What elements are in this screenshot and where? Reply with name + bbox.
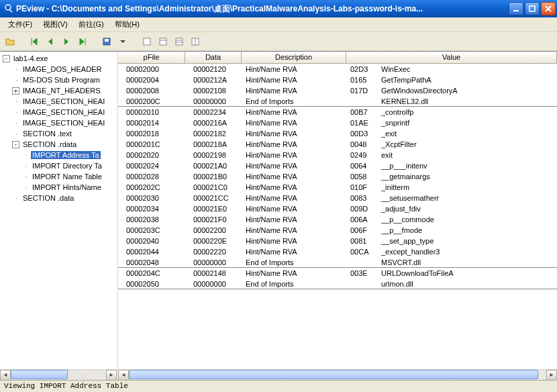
table-row[interactable]: 00002038000021F0Hint/Name RVA006A__p__co… xyxy=(118,214,557,225)
table-row[interactable]: 0000201C0000218AHint/Name RVA0048_XcptFi… xyxy=(118,139,557,150)
cell-desc: Hint/Name RVA xyxy=(242,108,346,116)
cell-data: 0000212A xyxy=(185,76,242,84)
cell-data: 00000000 xyxy=(185,258,242,266)
table-row[interactable]: 0000200800002108Hint/Name RVA017DGetWind… xyxy=(118,85,557,96)
mode-button-3[interactable] xyxy=(172,34,187,49)
table-row[interactable]: 00002030000021CCHint/Name RVA0083__setus… xyxy=(118,193,557,203)
table-row[interactable]: 0000200C00000000End of ImportsKERNEL32.d… xyxy=(118,96,557,107)
table-row[interactable]: 00002028000021B0Hint/Name RVA0058__getma… xyxy=(118,171,557,182)
table-row[interactable]: 0000202C000021C0Hint/Name RVA010F_initte… xyxy=(118,182,557,193)
table-row[interactable]: 0000204400002220Hint/Name RVA00CA_except… xyxy=(118,246,557,257)
content-area: -lab1-4.exe·IMAGE_DOS_HEADER·MS-DOS Stub… xyxy=(0,51,557,380)
close-button[interactable] xyxy=(541,2,556,15)
menu-help[interactable]: 帮助(H) xyxy=(109,18,145,31)
cell-value: MSVCRT.dll xyxy=(346,258,557,266)
tree-label: MS-DOS Stub Program xyxy=(21,76,101,84)
cell-data: 00002234 xyxy=(185,108,242,116)
cell-value: 00B7_controlfp xyxy=(346,108,557,116)
cell-desc: Hint/Name RVA xyxy=(242,215,346,224)
table-row[interactable]: 00002034000021E0Hint/Name RVA009D_adjust… xyxy=(118,203,557,214)
expand-icon[interactable]: - xyxy=(12,141,19,148)
tree-label: IMAGE_SECTION_HEAI xyxy=(21,119,106,127)
tree-node[interactable]: ·IMAGE_SECTION_HEAI xyxy=(0,96,117,107)
nav-prev-button[interactable] xyxy=(43,34,58,49)
tree-label: IMPORT Name Table xyxy=(31,173,103,181)
cell-desc: Hint/Name RVA xyxy=(242,173,346,181)
cell-desc: End of Imports xyxy=(242,258,346,266)
table-row[interactable]: 0000201000002234Hint/Name RVA00B7_contro… xyxy=(118,107,557,117)
tree-label: IMPORT Address Ta xyxy=(31,151,101,159)
maximize-button[interactable] xyxy=(525,2,540,15)
tree-node[interactable]: ·IMAGE_DOS_HEADER xyxy=(0,64,117,75)
table-row[interactable]: 0000201800002182Hint/Name RVA00D3_exit xyxy=(118,128,557,139)
cell-pfile: 0000200C xyxy=(118,97,185,105)
table-row[interactable]: 000020040000212AHint/Name RVA0165GetTemp… xyxy=(118,75,557,85)
tree-node[interactable]: -SECTION .rdata xyxy=(0,139,117,150)
cell-value: KERNEL32.dll xyxy=(346,97,557,105)
nav-first-button[interactable] xyxy=(27,34,42,49)
nav-next-button[interactable] xyxy=(59,34,74,49)
scroll-left-icon[interactable]: ◄ xyxy=(118,370,129,381)
tree-node[interactable]: ·SECTION .text xyxy=(0,128,117,139)
tree-node[interactable]: ·IMPORT Address Ta xyxy=(0,150,117,160)
cell-pfile: 00002004 xyxy=(118,76,185,84)
col-header-desc[interactable]: Description xyxy=(242,52,346,63)
tree-node[interactable]: ·IMPORT Directory Ta xyxy=(0,160,117,171)
table-row[interactable]: 0000202000002198Hint/Name RVA0249exit xyxy=(118,150,557,160)
menu-goto[interactable]: 前往(G) xyxy=(73,18,109,31)
table-row[interactable]: 0000200000002120Hint/Name RVA02D3WinExec xyxy=(118,64,557,75)
tree-label: SECTION .text xyxy=(21,130,73,138)
statusbar: Viewing IMPORT Address Table xyxy=(0,380,557,392)
expand-icon[interactable]: + xyxy=(12,87,19,95)
cell-data: 00000000 xyxy=(185,97,242,105)
col-header-data[interactable]: Data xyxy=(185,52,242,63)
open-file-button[interactable] xyxy=(3,34,17,49)
expand-icon[interactable]: - xyxy=(3,55,10,62)
mode-button-2[interactable] xyxy=(156,34,170,49)
cell-value: 0048_XcptFilter xyxy=(346,140,557,148)
menu-file[interactable]: 文件(F) xyxy=(3,18,38,31)
table-body[interactable]: 0000200000002120Hint/Name RVA02D3WinExec… xyxy=(118,64,557,369)
table-row[interactable]: 0000205000000000End of Importsurlmon.dll xyxy=(118,279,557,289)
table-row[interactable]: 000020140000216AHint/Name RVA01AE_snprin… xyxy=(118,117,557,128)
scroll-right-icon[interactable]: ► xyxy=(546,370,557,381)
tree-node[interactable]: +IMAGE_NT_HEADERS xyxy=(0,85,117,96)
tree-node[interactable]: ·IMPORT Hints/Name xyxy=(0,182,117,193)
menubar: 文件(F) 视图(V) 前往(G) 帮助(H) xyxy=(0,17,557,32)
tree-node[interactable]: -lab1-4.exe xyxy=(0,53,117,64)
table-scrollbar[interactable]: ◄ ► xyxy=(118,369,557,380)
svg-rect-8 xyxy=(144,38,150,45)
cell-value: 009D_adjust_fdiv xyxy=(346,205,557,213)
tree-node[interactable]: ·MS-DOS Stub Program xyxy=(0,75,117,85)
save-button[interactable] xyxy=(99,34,114,49)
menu-view[interactable]: 视图(V) xyxy=(38,18,73,31)
cell-value: 0083__setusermatherr xyxy=(346,194,557,202)
cell-value: 00D3_exit xyxy=(346,130,557,138)
tree-node[interactable]: ·SECTION .data xyxy=(0,193,117,203)
col-header-pfile[interactable]: pFile xyxy=(118,52,185,63)
mode-button-1[interactable] xyxy=(140,34,154,49)
minimize-button[interactable] xyxy=(509,2,523,15)
table-row[interactable]: 0000204C00002148Hint/Name RVA003EURLDown… xyxy=(118,268,557,279)
cell-data: 0000216A xyxy=(185,119,242,127)
table-row[interactable]: 0000203C00002200Hint/Name RVA006F__p__fm… xyxy=(118,225,557,236)
tree-node[interactable]: ·IMAGE_SECTION_HEAI xyxy=(0,107,117,117)
tree-scrollbar[interactable]: ◄ ► xyxy=(0,369,117,380)
mode-button-4[interactable] xyxy=(188,34,203,49)
nav-last-button[interactable] xyxy=(75,34,90,49)
cell-desc: Hint/Name RVA xyxy=(242,269,346,277)
tree-node[interactable]: ·IMAGE_SECTION_HEAI xyxy=(0,117,117,128)
cell-desc: Hint/Name RVA xyxy=(242,140,346,148)
tree-node[interactable]: ·IMPORT Name Table xyxy=(0,171,117,182)
scroll-left-icon[interactable]: ◄ xyxy=(0,370,11,381)
table-row[interactable]: 0000204800000000End of ImportsMSVCRT.dll xyxy=(118,257,557,268)
scroll-right-icon[interactable]: ► xyxy=(106,370,117,381)
dropdown-button[interactable] xyxy=(115,34,130,49)
tree-body[interactable]: -lab1-4.exe·IMAGE_DOS_HEADER·MS-DOS Stub… xyxy=(0,52,117,369)
cell-data: 00002220 xyxy=(185,248,242,256)
cell-data: 000021B0 xyxy=(185,173,242,181)
col-header-value[interactable]: Value xyxy=(346,52,557,63)
table-row[interactable]: 00002024000021A0Hint/Name RVA0064__p___i… xyxy=(118,160,557,171)
table-row[interactable]: 000020400000220EHint/Name RVA0081__set_a… xyxy=(118,236,557,246)
cell-value: 017DGetWindowsDirectoryA xyxy=(346,87,557,95)
